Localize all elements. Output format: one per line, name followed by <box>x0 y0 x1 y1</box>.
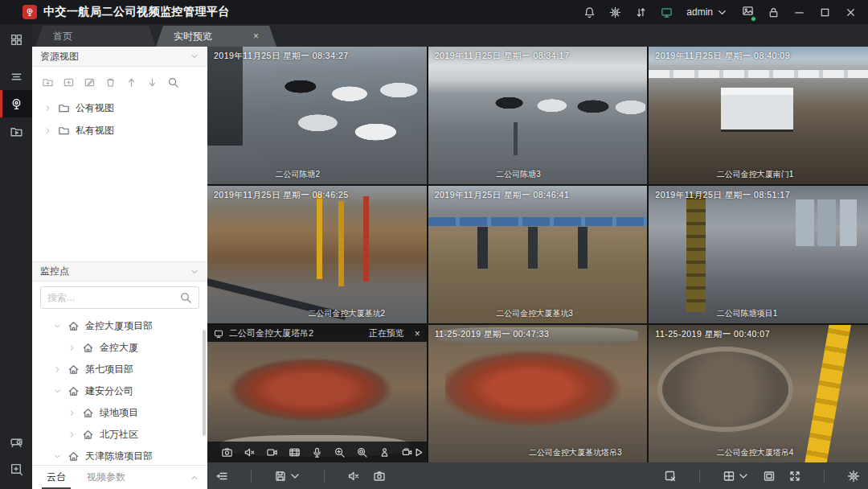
tree-item[interactable]: 金控大厦 <box>32 337 207 359</box>
osd-timestamp: 2019年11月25日 星期一 08:51:17 <box>655 190 790 201</box>
video-cell-5[interactable]: 2019年11月25日 星期一 08:46:41 二公司金控大厦基坑3 <box>428 186 648 323</box>
layout-select-button[interactable] <box>723 470 750 483</box>
move-up-icon[interactable] <box>125 76 137 88</box>
chevron-right-icon[interactable] <box>43 104 52 113</box>
tv-wall-icon[interactable] <box>661 6 673 18</box>
settings-gear-icon[interactable] <box>609 6 621 18</box>
chevron-right-icon[interactable] <box>68 409 76 417</box>
search-box <box>40 286 199 309</box>
resource-view-header[interactable]: 资源视图 <box>32 47 207 67</box>
video-cell-9[interactable]: 11-25-2019 星期一 00:40:07 二公司金控大厦塔吊4 <box>649 325 868 462</box>
stream-sort-icon[interactable] <box>635 6 647 18</box>
tab-video-params[interactable]: 视频参数 <box>87 466 125 489</box>
lock-screen-icon[interactable] <box>768 6 780 18</box>
chevron-down-icon[interactable] <box>53 452 62 461</box>
ptz-control-icon[interactable] <box>401 446 413 458</box>
video-cell-3[interactable]: 2019年11月25日 星期一 08:40:09 二公司金控大厦南门1 <box>649 47 868 184</box>
tree-item[interactable]: 北万社区 <box>32 424 207 446</box>
tree-item-label: 金控大厦 <box>100 341 138 355</box>
chevron-down-icon[interactable] <box>190 51 199 61</box>
close-all-icon[interactable] <box>664 470 677 483</box>
rail-layout-add[interactable] <box>0 455 32 483</box>
osd-camera-name: 二公司金控大厦基坑3 <box>496 308 573 319</box>
add-view-icon[interactable] <box>63 76 75 88</box>
close-feed-icon[interactable]: × <box>415 328 420 339</box>
fullscreen-icon[interactable] <box>788 470 801 483</box>
app-window: 中交一航局二公司视频监控管理平台 admin <box>0 0 868 489</box>
snapshot-status-button[interactable] <box>742 5 754 20</box>
save-view-button[interactable] <box>274 470 301 483</box>
delete-icon[interactable] <box>104 76 117 88</box>
add-folder-icon[interactable] <box>42 76 54 88</box>
edit-icon[interactable] <box>84 76 96 88</box>
chevron-down-icon[interactable] <box>53 322 62 331</box>
mute-all-icon[interactable] <box>347 470 360 483</box>
notification-bell-icon[interactable] <box>583 6 596 18</box>
tab-home[interactable]: 首页 <box>35 26 156 47</box>
chevron-right-icon[interactable] <box>53 365 62 374</box>
title-bar: 中交一航局二公司视频监控管理平台 admin <box>0 0 868 24</box>
home-icon <box>82 407 94 419</box>
settings-gear-icon[interactable] <box>847 470 860 483</box>
video-cell-1[interactable]: 2019年11月25日 星期一 08:34:27 二公司陈塘2 <box>207 47 427 184</box>
tree-scrollbar[interactable] <box>203 330 206 436</box>
more-tools-icon[interactable] <box>412 446 424 458</box>
search-input[interactable] <box>47 292 179 303</box>
chevron-down-icon[interactable] <box>53 387 62 396</box>
tree-item[interactable]: 天津陈塘项目部 <box>32 446 207 467</box>
locate-icon[interactable] <box>379 446 391 458</box>
tree-item[interactable]: 绿地项目 <box>32 402 207 424</box>
rail-video-wall[interactable] <box>0 428 32 455</box>
tree-item[interactable]: 金控大厦项目部 <box>32 315 207 337</box>
playback-icon[interactable] <box>289 446 301 458</box>
chevron-right-icon[interactable] <box>43 126 52 135</box>
snapshot-icon[interactable] <box>221 446 233 458</box>
tree-item-public-views[interactable]: 公有视图 <box>32 97 207 119</box>
tree-item-private-views[interactable]: 私有视图 <box>32 119 207 142</box>
save-icon <box>274 470 287 483</box>
record-icon[interactable] <box>266 446 278 458</box>
zoom-3d-icon[interactable] <box>356 446 368 458</box>
chevron-right-icon[interactable] <box>68 430 76 439</box>
single-screen-icon[interactable] <box>763 470 776 483</box>
osd-camera-name: 二公司金控大厦南门1 <box>717 169 794 180</box>
mic-talk-icon[interactable] <box>311 446 323 458</box>
maximize-icon[interactable] <box>819 6 831 18</box>
search-icon[interactable] <box>179 291 192 304</box>
close-icon[interactable] <box>845 6 857 18</box>
tree-item[interactable]: 第七项目部 <box>32 359 207 380</box>
left-rail <box>0 24 32 489</box>
search-icon[interactable] <box>167 76 179 88</box>
rail-live-preview[interactable] <box>0 90 32 117</box>
minimize-icon[interactable] <box>793 6 805 18</box>
preview-status: 正在预览 <box>369 327 404 339</box>
osd-timestamp: 2019年11月25日 星期一 08:40:09 <box>655 51 790 62</box>
stream-mode-icon[interactable] <box>215 470 228 483</box>
cell-toolbar <box>207 442 427 462</box>
tree-item[interactable]: 建安分公司 <box>32 380 207 402</box>
media-folder-icon <box>10 125 23 138</box>
video-cell-6[interactable]: 2019年11月25日 星期一 08:51:17 二公司陈塘项目1 <box>649 186 868 323</box>
osd-camera-name: 二公司金控大厦基坑2 <box>308 308 385 319</box>
video-cell-4[interactable]: 2019年11月25日 星期一 08:46:25 二公司金控大厦基坑2 <box>207 186 427 323</box>
tab-live-preview[interactable]: 实时预览 × <box>156 26 276 47</box>
tab-close-icon[interactable]: × <box>253 31 259 42</box>
snapshot-all-icon[interactable] <box>373 470 386 483</box>
mute-icon[interactable] <box>244 446 256 458</box>
chevron-up-icon[interactable] <box>190 473 199 483</box>
chevron-down-icon[interactable] <box>190 267 199 277</box>
rail-apps-grid[interactable] <box>0 26 32 53</box>
video-cell-7-selected[interactable]: 二公司金控大厦塔吊2 正在预览 × <box>207 325 427 462</box>
tab-ptz[interactable]: 云台 <box>47 466 66 489</box>
tab-ptz-label: 云台 <box>47 471 66 484</box>
digital-zoom-icon[interactable] <box>334 446 346 458</box>
user-menu[interactable]: admin <box>686 6 728 18</box>
move-down-icon[interactable] <box>146 76 158 88</box>
chevron-right-icon[interactable] <box>68 343 76 352</box>
video-cell-2[interactable]: 2019年11月25日 星期一 08:34:17 二公司陈塘3 <box>428 47 648 184</box>
chevron-down-icon <box>737 470 750 483</box>
rail-menu-list[interactable] <box>0 63 32 90</box>
rail-media-folder[interactable] <box>0 117 32 145</box>
monitor-points-header[interactable]: 监控点 <box>32 261 207 281</box>
video-cell-8[interactable]: 11-25-2019 星期一 00:47:33 二公司金控大厦基坑塔吊3 <box>428 325 648 462</box>
